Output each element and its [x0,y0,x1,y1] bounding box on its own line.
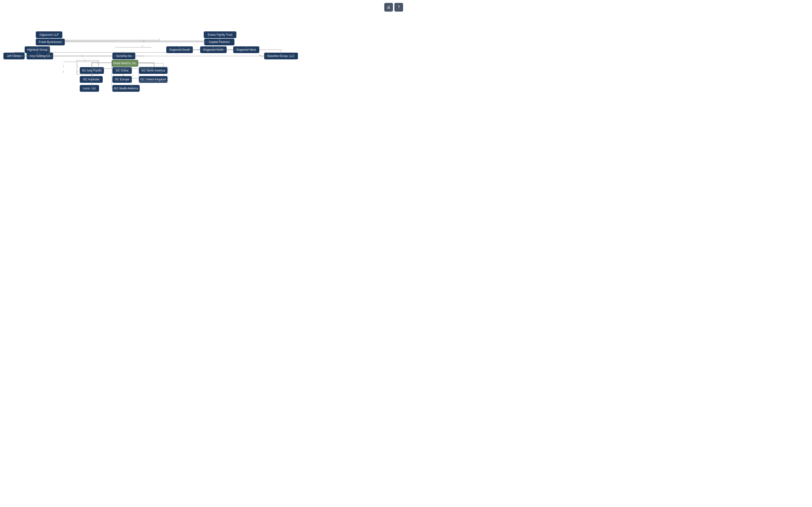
gc-north-am-node[interactable]: GC North America [139,67,167,74]
frank-node[interactable]: Frank Businesses [36,39,65,45]
baseline-node[interactable]: Baseline Group, LLC [264,53,298,59]
help-button[interactable]: ? [394,3,403,12]
evans-node[interactable]: Evans Family Trust [204,32,236,38]
gc-china-node[interactable]: GC China [112,67,132,74]
dogwood-north-node[interactable]: Dogwood North [200,46,227,53]
dogwood-west-node[interactable]: Dogwood West [233,46,259,53]
great-newco-node[interactable]: Great NewCo, Inc. [112,60,138,67]
highland-node[interactable]: Highland Group [24,46,50,53]
any-node[interactable]: Any Holding Co [27,53,53,59]
capital-partners-node[interactable]: Capital Partners [204,39,235,45]
gc-uk-node[interactable]: GC United Kingdom [139,76,167,83]
sonoma-node[interactable]: Sonoma Inc [112,53,135,59]
gc-europe-node[interactable]: GC Europe [112,76,132,83]
gigazoom-node[interactable]: Gigazoom LLP [36,32,62,38]
jeff-node[interactable]: Jeff Clinton [3,53,24,59]
print-button[interactable]: 🖨 [384,3,393,12]
dogwood-south-node[interactable]: Dogwood South [166,46,193,53]
lucor-node[interactable]: Lucor, Ltd. [80,85,99,92]
toolbar-container: 🖨 ? [384,3,403,12]
gc-asia-node[interactable]: GC Asia Pacific [80,67,104,74]
gc-australia-node[interactable]: GC Australia [80,76,103,83]
gc-south-am-node[interactable]: GC South America [112,85,140,92]
